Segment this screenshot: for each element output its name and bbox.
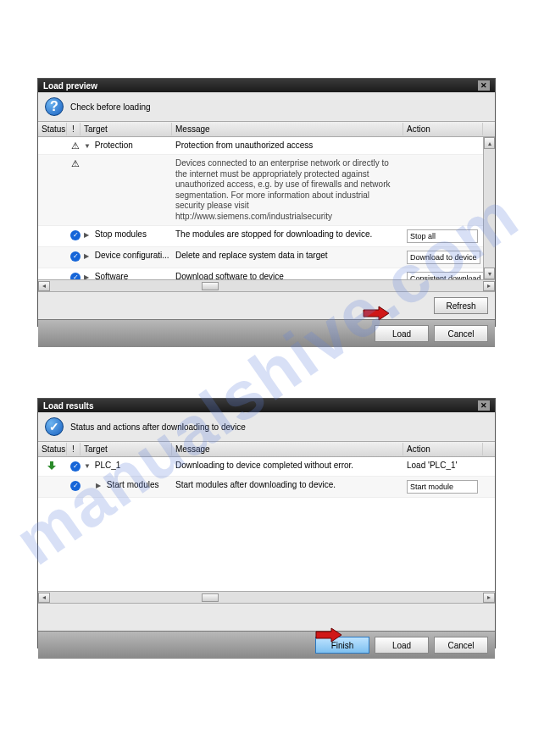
scroll-left-icon[interactable]: ◂	[38, 281, 50, 291]
load-button[interactable]: Load	[375, 325, 429, 342]
horizontal-scrollbar[interactable]: ◂ ▸	[38, 279, 495, 291]
scroll-up-icon[interactable]: ▴	[484, 137, 495, 149]
col-target[interactable]: Target	[81, 123, 172, 135]
scroll-right-icon[interactable]: ▸	[483, 281, 495, 291]
check-icon: ✓	[70, 481, 81, 491]
scroll-left-icon[interactable]: ◂	[38, 593, 50, 603]
col-status[interactable]: Status	[38, 123, 67, 135]
cell-message: Protection from unauthorized access	[172, 139, 403, 152]
vertical-scrollbar[interactable]: ▴ ▾	[483, 137, 495, 279]
cell-status	[38, 139, 67, 142]
cell-target	[81, 157, 172, 160]
cell-action: Consistent download	[403, 270, 483, 279]
action-dropdown[interactable]: Stop all	[407, 229, 478, 243]
mid-footer	[38, 604, 495, 631]
col-status[interactable]: Status	[38, 443, 67, 455]
scroll-thumb[interactable]	[202, 282, 219, 290]
cell-status	[38, 157, 67, 160]
cell-action: Start module	[403, 478, 483, 495]
cell-message: Download software to device	[172, 270, 403, 279]
cell-icon: ✓	[67, 228, 81, 242]
titlebar: Load preview ✕	[38, 79, 495, 92]
action-dropdown[interactable]: Start module	[407, 480, 478, 494]
table-row[interactable]: ✓▶ Start modulesStart modules after down…	[38, 477, 495, 498]
check-icon: ✓	[70, 251, 81, 262]
cell-status	[38, 459, 67, 474]
cell-message: Delete and replace system data in target	[172, 249, 403, 262]
dialog-title: Load results	[43, 401, 93, 411]
expander-icon[interactable]: ▶	[84, 231, 92, 239]
col-message[interactable]: Message	[172, 123, 403, 135]
grid-body: ✓▼ PLC_1Downloading to device completed …	[38, 457, 495, 591]
dialog-header: ✓ Status and actions after downloading t…	[38, 412, 495, 441]
cell-action: Load 'PLC_1'	[403, 459, 483, 472]
cell-target: ▶ Device configurati...	[81, 249, 172, 262]
load-results-dialog: Load results ✕ ✓ Status and actions afte…	[37, 398, 496, 648]
expander-icon[interactable]: ▼	[84, 142, 92, 150]
cell-message: The modules are stopped for downloading …	[172, 228, 403, 240]
col-target[interactable]: Target	[81, 443, 172, 455]
svg-marker-1	[316, 628, 341, 642]
cell-target: ▼ PLC_1	[81, 459, 172, 472]
header-text: Status and actions after downloading to …	[70, 422, 246, 432]
dialog-title: Load preview	[43, 81, 97, 91]
cell-icon: ✓	[67, 249, 81, 263]
table-row[interactable]: ⚠▼ ProtectionProtection from unauthorize…	[38, 137, 495, 155]
dialog-header: ? Check before loading	[38, 92, 495, 121]
horizontal-scrollbar[interactable]: ◂ ▸	[38, 591, 495, 603]
cell-action: Download to device	[403, 249, 483, 266]
cell-target: ▶ Software	[81, 270, 172, 279]
table-row[interactable]: ✓▶ Stop modulesThe modules are stopped f…	[38, 226, 495, 247]
cancel-button[interactable]: Cancel	[434, 637, 488, 654]
load-button[interactable]: Load	[375, 637, 429, 654]
check-icon: ✓	[70, 230, 81, 240]
table-row[interactable]: ⚠Devices connected to an enterprise netw…	[38, 155, 495, 226]
scroll-track[interactable]	[50, 281, 483, 291]
cell-icon: ✓	[67, 270, 81, 279]
cell-action: Stop all	[403, 228, 483, 245]
cell-status	[38, 270, 67, 273]
cell-icon: ⚠	[67, 139, 81, 152]
mid-footer: Refresh	[38, 292, 495, 319]
scroll-track[interactable]	[50, 593, 483, 603]
download-arrow-icon	[47, 461, 58, 471]
cell-icon: ⚠	[67, 157, 81, 170]
refresh-button[interactable]: Refresh	[434, 297, 488, 314]
cell-message: Start modules after downloading to devic…	[172, 478, 403, 491]
cell-message: Devices connected to an enterprise netwo…	[172, 157, 403, 223]
cell-target: ▶ Stop modules	[81, 228, 172, 240]
close-icon[interactable]: ✕	[478, 400, 490, 411]
expander-icon[interactable]: ▼	[84, 462, 92, 470]
col-bang[interactable]: !	[67, 123, 81, 135]
scroll-right-icon[interactable]: ▸	[483, 593, 495, 603]
table-row[interactable]: ✓▼ PLC_1Downloading to device completed …	[38, 457, 495, 477]
warning-icon: ⚠	[70, 141, 81, 151]
cell-target: ▼ Protection	[81, 139, 172, 152]
action-dropdown[interactable]: Download to device	[407, 251, 480, 264]
col-action[interactable]: Action	[403, 443, 483, 455]
close-icon[interactable]: ✕	[478, 80, 490, 91]
table-row[interactable]: ✓▶ Device configurati...Delete and repla…	[38, 247, 495, 268]
scroll-down-icon[interactable]: ▾	[484, 268, 495, 279]
cell-status	[38, 249, 67, 252]
svg-marker-0	[364, 306, 389, 320]
load-preview-grid: Status ! Target Message Action ⚠▼ Protec…	[38, 121, 495, 292]
warning-icon: ⚠	[70, 158, 81, 168]
grid-header: Status ! Target Message Action	[38, 442, 495, 457]
expander-icon[interactable]: ▶	[96, 482, 104, 489]
col-action[interactable]: Action	[403, 123, 483, 135]
red-arrow-icon	[362, 305, 391, 322]
table-row[interactable]: ✓▶ SoftwareDownload software to deviceCo…	[38, 268, 495, 279]
action-dropdown[interactable]: Consistent download	[407, 272, 483, 279]
status-icon: ✓	[45, 417, 64, 436]
expander-icon[interactable]: ▶	[84, 252, 92, 260]
dialog-footer: Finish Load Cancel	[38, 631, 495, 659]
scroll-thumb[interactable]	[202, 593, 219, 602]
expander-icon[interactable]: ▶	[84, 273, 92, 279]
cell-status	[38, 228, 67, 231]
load-preview-dialog: Load preview ✕ ? Check before loading St…	[37, 78, 496, 327]
col-message[interactable]: Message	[172, 443, 403, 455]
cell-status	[38, 478, 67, 482]
cancel-button[interactable]: Cancel	[434, 325, 488, 342]
col-bang[interactable]: !	[67, 443, 81, 455]
